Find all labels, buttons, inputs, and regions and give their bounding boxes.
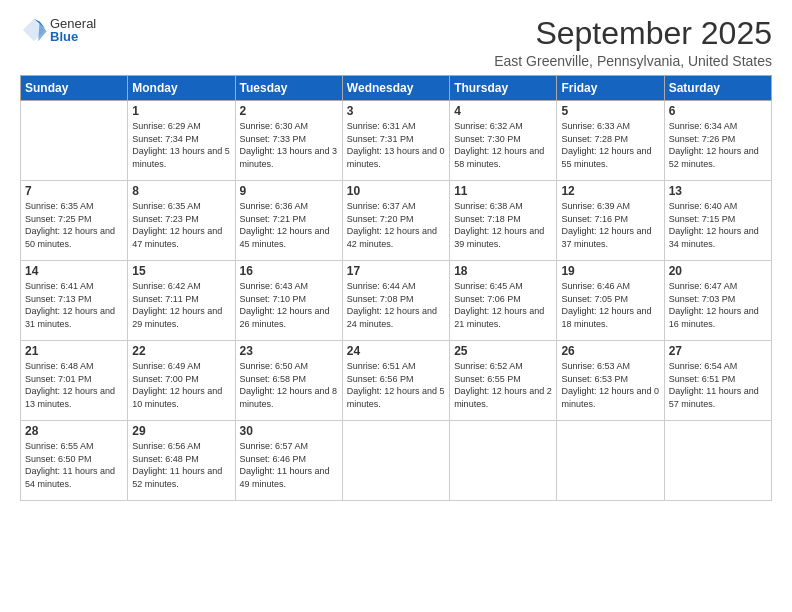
day-number: 8: [132, 184, 230, 198]
day-info: Sunrise: 6:32 AM Sunset: 7:30 PM Dayligh…: [454, 120, 552, 170]
daylight-text: Daylight: 13 hours and 0 minutes.: [347, 145, 445, 170]
sunrise-text: Sunrise: 6:48 AM: [25, 360, 123, 373]
day-number: 11: [454, 184, 552, 198]
daylight-text: Daylight: 12 hours and 2 minutes.: [454, 385, 552, 410]
day-number: 5: [561, 104, 659, 118]
day-number: 22: [132, 344, 230, 358]
table-row: [557, 421, 664, 501]
daylight-text: Daylight: 12 hours and 21 minutes.: [454, 305, 552, 330]
day-number: 7: [25, 184, 123, 198]
sunset-text: Sunset: 7:06 PM: [454, 293, 552, 306]
day-number: 14: [25, 264, 123, 278]
daylight-text: Daylight: 12 hours and 34 minutes.: [669, 225, 767, 250]
table-row: 28 Sunrise: 6:55 AM Sunset: 6:50 PM Dayl…: [21, 421, 128, 501]
sunset-text: Sunset: 7:28 PM: [561, 133, 659, 146]
table-row: 5 Sunrise: 6:33 AM Sunset: 7:28 PM Dayli…: [557, 101, 664, 181]
day-number: 15: [132, 264, 230, 278]
day-number: 21: [25, 344, 123, 358]
table-row: 17 Sunrise: 6:44 AM Sunset: 7:08 PM Dayl…: [342, 261, 449, 341]
daylight-text: Daylight: 11 hours and 49 minutes.: [240, 465, 338, 490]
daylight-text: Daylight: 12 hours and 55 minutes.: [561, 145, 659, 170]
daylight-text: Daylight: 12 hours and 18 minutes.: [561, 305, 659, 330]
sunrise-text: Sunrise: 6:57 AM: [240, 440, 338, 453]
day-number: 12: [561, 184, 659, 198]
table-row: [450, 421, 557, 501]
day-number: 13: [669, 184, 767, 198]
col-friday: Friday: [557, 76, 664, 101]
day-info: Sunrise: 6:44 AM Sunset: 7:08 PM Dayligh…: [347, 280, 445, 330]
sunset-text: Sunset: 7:13 PM: [25, 293, 123, 306]
sunrise-text: Sunrise: 6:49 AM: [132, 360, 230, 373]
table-row: 22 Sunrise: 6:49 AM Sunset: 7:00 PM Dayl…: [128, 341, 235, 421]
table-row: [21, 101, 128, 181]
sunrise-text: Sunrise: 6:35 AM: [25, 200, 123, 213]
sunrise-text: Sunrise: 6:47 AM: [669, 280, 767, 293]
sunset-text: Sunset: 7:00 PM: [132, 373, 230, 386]
table-row: 15 Sunrise: 6:42 AM Sunset: 7:11 PM Dayl…: [128, 261, 235, 341]
day-number: 20: [669, 264, 767, 278]
sunset-text: Sunset: 6:58 PM: [240, 373, 338, 386]
sunrise-text: Sunrise: 6:36 AM: [240, 200, 338, 213]
day-info: Sunrise: 6:50 AM Sunset: 6:58 PM Dayligh…: [240, 360, 338, 410]
day-info: Sunrise: 6:43 AM Sunset: 7:10 PM Dayligh…: [240, 280, 338, 330]
sunset-text: Sunset: 7:10 PM: [240, 293, 338, 306]
day-number: 17: [347, 264, 445, 278]
day-number: 4: [454, 104, 552, 118]
table-row: 18 Sunrise: 6:45 AM Sunset: 7:06 PM Dayl…: [450, 261, 557, 341]
table-row: 25 Sunrise: 6:52 AM Sunset: 6:55 PM Dayl…: [450, 341, 557, 421]
daylight-text: Daylight: 12 hours and 13 minutes.: [25, 385, 123, 410]
day-info: Sunrise: 6:35 AM Sunset: 7:23 PM Dayligh…: [132, 200, 230, 250]
table-row: 4 Sunrise: 6:32 AM Sunset: 7:30 PM Dayli…: [450, 101, 557, 181]
day-number: 16: [240, 264, 338, 278]
sunset-text: Sunset: 7:34 PM: [132, 133, 230, 146]
page: General Blue September 2025 East Greenvi…: [0, 0, 792, 612]
header: General Blue September 2025 East Greenvi…: [20, 16, 772, 69]
daylight-text: Daylight: 11 hours and 54 minutes.: [25, 465, 123, 490]
table-row: 2 Sunrise: 6:30 AM Sunset: 7:33 PM Dayli…: [235, 101, 342, 181]
table-row: [342, 421, 449, 501]
day-number: 30: [240, 424, 338, 438]
table-row: 23 Sunrise: 6:50 AM Sunset: 6:58 PM Dayl…: [235, 341, 342, 421]
daylight-text: Daylight: 12 hours and 5 minutes.: [347, 385, 445, 410]
week-row-0: 1 Sunrise: 6:29 AM Sunset: 7:34 PM Dayli…: [21, 101, 772, 181]
day-number: 18: [454, 264, 552, 278]
table-row: 29 Sunrise: 6:56 AM Sunset: 6:48 PM Dayl…: [128, 421, 235, 501]
daylight-text: Daylight: 13 hours and 3 minutes.: [240, 145, 338, 170]
day-info: Sunrise: 6:53 AM Sunset: 6:53 PM Dayligh…: [561, 360, 659, 410]
sunset-text: Sunset: 7:11 PM: [132, 293, 230, 306]
day-info: Sunrise: 6:55 AM Sunset: 6:50 PM Dayligh…: [25, 440, 123, 490]
day-info: Sunrise: 6:47 AM Sunset: 7:03 PM Dayligh…: [669, 280, 767, 330]
day-number: 23: [240, 344, 338, 358]
sunrise-text: Sunrise: 6:45 AM: [454, 280, 552, 293]
day-number: 3: [347, 104, 445, 118]
sunset-text: Sunset: 6:46 PM: [240, 453, 338, 466]
sunrise-text: Sunrise: 6:40 AM: [669, 200, 767, 213]
header-row: Sunday Monday Tuesday Wednesday Thursday…: [21, 76, 772, 101]
sunset-text: Sunset: 6:55 PM: [454, 373, 552, 386]
daylight-text: Daylight: 11 hours and 52 minutes.: [132, 465, 230, 490]
table-row: 21 Sunrise: 6:48 AM Sunset: 7:01 PM Dayl…: [21, 341, 128, 421]
table-row: 16 Sunrise: 6:43 AM Sunset: 7:10 PM Dayl…: [235, 261, 342, 341]
day-info: Sunrise: 6:37 AM Sunset: 7:20 PM Dayligh…: [347, 200, 445, 250]
sunrise-text: Sunrise: 6:44 AM: [347, 280, 445, 293]
day-info: Sunrise: 6:49 AM Sunset: 7:00 PM Dayligh…: [132, 360, 230, 410]
table-row: 11 Sunrise: 6:38 AM Sunset: 7:18 PM Dayl…: [450, 181, 557, 261]
day-number: 1: [132, 104, 230, 118]
table-row: 19 Sunrise: 6:46 AM Sunset: 7:05 PM Dayl…: [557, 261, 664, 341]
sunset-text: Sunset: 7:08 PM: [347, 293, 445, 306]
daylight-text: Daylight: 12 hours and 45 minutes.: [240, 225, 338, 250]
daylight-text: Daylight: 12 hours and 37 minutes.: [561, 225, 659, 250]
week-row-2: 14 Sunrise: 6:41 AM Sunset: 7:13 PM Dayl…: [21, 261, 772, 341]
week-row-3: 21 Sunrise: 6:48 AM Sunset: 7:01 PM Dayl…: [21, 341, 772, 421]
week-row-1: 7 Sunrise: 6:35 AM Sunset: 7:25 PM Dayli…: [21, 181, 772, 261]
sunset-text: Sunset: 7:30 PM: [454, 133, 552, 146]
sunrise-text: Sunrise: 6:54 AM: [669, 360, 767, 373]
day-info: Sunrise: 6:41 AM Sunset: 7:13 PM Dayligh…: [25, 280, 123, 330]
sunrise-text: Sunrise: 6:34 AM: [669, 120, 767, 133]
title-block: September 2025 East Greenville, Pennsylv…: [494, 16, 772, 69]
day-info: Sunrise: 6:36 AM Sunset: 7:21 PM Dayligh…: [240, 200, 338, 250]
sunset-text: Sunset: 7:23 PM: [132, 213, 230, 226]
daylight-text: Daylight: 12 hours and 47 minutes.: [132, 225, 230, 250]
sunrise-text: Sunrise: 6:50 AM: [240, 360, 338, 373]
table-row: 20 Sunrise: 6:47 AM Sunset: 7:03 PM Dayl…: [664, 261, 771, 341]
